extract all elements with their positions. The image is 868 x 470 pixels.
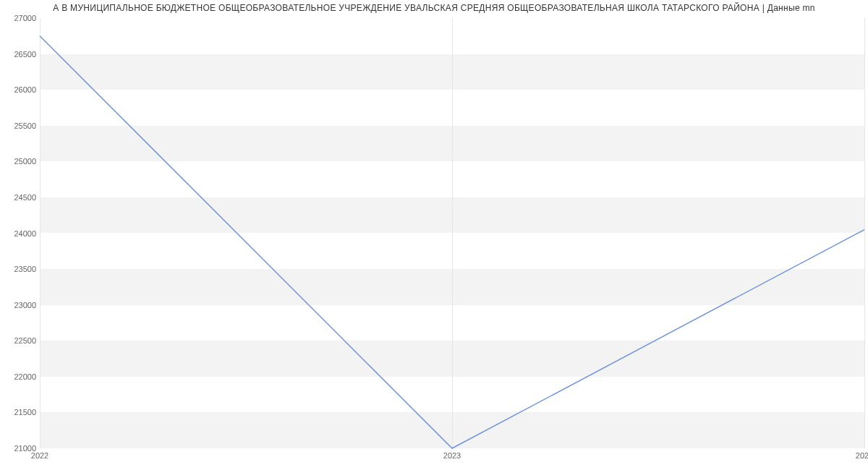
y-tick-label: 24000	[4, 229, 36, 238]
y-tick-label: 25500	[4, 121, 36, 130]
y-tick-label: 23000	[4, 301, 36, 309]
y-tick-label: 21500	[4, 408, 36, 416]
data-line	[40, 36, 864, 448]
y-tick-label: 27000	[4, 14, 36, 22]
x-tick-label: 2022	[31, 451, 48, 460]
x-tick-label: 2024	[856, 451, 868, 460]
y-tick-label: 22000	[4, 372, 36, 381]
y-tick-label: 24500	[4, 193, 36, 202]
y-tick-label: 22500	[4, 336, 36, 345]
chart-svg	[40, 18, 864, 448]
x-tick-label: 2023	[443, 451, 461, 460]
y-tick-label: 26500	[4, 50, 36, 59]
x-gridline	[864, 18, 865, 448]
plot-area	[40, 18, 864, 448]
chart-title: А В МУНИЦИПАЛЬНОЕ БЮДЖЕТНОЕ ОБЩЕОБРАЗОВА…	[0, 3, 868, 13]
y-tick-label: 25000	[4, 157, 36, 166]
y-tick-label: 23500	[4, 265, 36, 273]
y-tick-label: 26000	[4, 85, 36, 94]
